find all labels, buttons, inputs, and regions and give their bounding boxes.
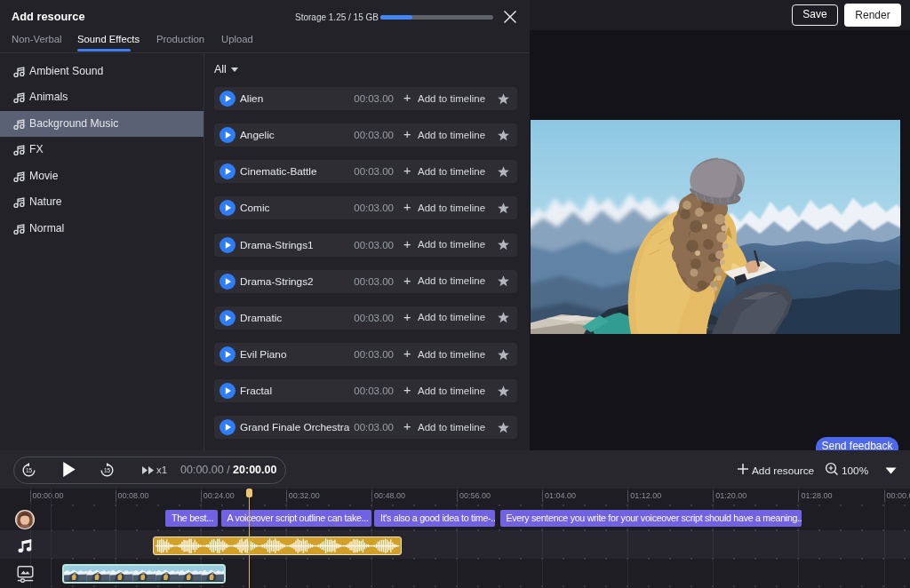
svg-text:15: 15 (26, 467, 33, 473)
svg-text:15: 15 (104, 467, 111, 473)
